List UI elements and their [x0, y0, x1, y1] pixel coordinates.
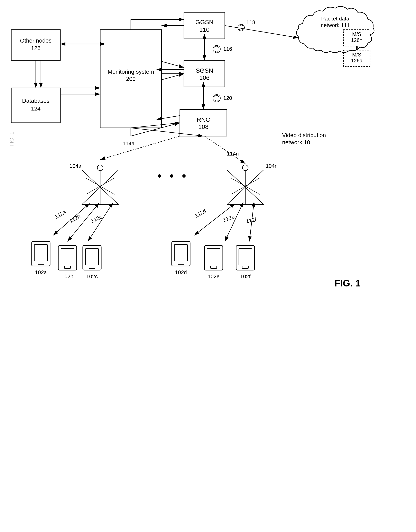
- svg-text:110: 110: [199, 26, 209, 33]
- svg-text:112b: 112b: [68, 213, 82, 224]
- svg-text:102a: 102a: [35, 269, 47, 276]
- svg-text:M/S: M/S: [352, 52, 361, 58]
- svg-text:108: 108: [198, 123, 208, 130]
- svg-line-85: [225, 207, 241, 241]
- svg-text:124: 124: [31, 105, 41, 112]
- svg-text:126n: 126n: [351, 37, 362, 43]
- svg-text:Other nodes: Other nodes: [20, 38, 52, 44]
- svg-line-39: [161, 61, 184, 68]
- svg-text:FIG. 1: FIG. 1: [334, 278, 361, 288]
- svg-line-118: [131, 128, 203, 136]
- svg-text:114a: 114a: [123, 140, 134, 147]
- page-indicator: FIG. 1: [9, 51, 19, 147]
- svg-point-76: [170, 174, 173, 177]
- svg-text:GGSN: GGSN: [195, 19, 213, 25]
- svg-point-11: [356, 46, 358, 48]
- svg-text:120: 120: [223, 95, 232, 101]
- svg-text:114n: 114n: [227, 151, 239, 157]
- svg-line-46: [225, 26, 298, 38]
- svg-line-53: [100, 136, 180, 160]
- svg-text:112f: 112f: [246, 216, 257, 224]
- svg-line-54: [204, 136, 245, 164]
- svg-rect-100: [89, 266, 95, 268]
- svg-line-86: [249, 207, 254, 241]
- svg-text:network 10: network 10: [282, 139, 310, 146]
- svg-text:104n: 104n: [266, 163, 278, 169]
- cloud: [296, 6, 374, 53]
- svg-rect-5: [343, 30, 370, 46]
- svg-line-50: [161, 116, 180, 119]
- svg-line-79: [67, 207, 96, 241]
- svg-text:102f: 102f: [240, 273, 251, 279]
- svg-point-59: [97, 165, 103, 171]
- svg-rect-102: [172, 241, 190, 266]
- svg-point-47: [238, 24, 245, 31]
- svg-rect-91: [34, 245, 47, 261]
- svg-rect-13: [100, 30, 161, 128]
- svg-rect-108: [210, 266, 217, 268]
- svg-point-12: [356, 48, 358, 50]
- svg-text:Databases: Databases: [22, 98, 49, 104]
- svg-line-49: [131, 123, 180, 128]
- svg-point-44: [213, 95, 220, 102]
- svg-point-41: [213, 45, 220, 53]
- svg-text:104a: 104a: [69, 163, 81, 169]
- svg-text:112e: 112e: [222, 213, 236, 223]
- svg-line-73: [231, 178, 260, 194]
- svg-text:106: 106: [199, 74, 209, 81]
- svg-text:RNC: RNC: [197, 116, 210, 123]
- svg-text:102b: 102b: [62, 273, 73, 279]
- svg-line-80: [88, 207, 110, 241]
- svg-line-65: [86, 178, 114, 194]
- svg-line-69: [227, 170, 264, 205]
- svg-rect-99: [85, 249, 99, 265]
- svg-line-60: [82, 170, 119, 205]
- svg-rect-107: [207, 249, 220, 265]
- svg-rect-104: [178, 262, 184, 264]
- svg-text:Video distribution: Video distribution: [282, 132, 326, 138]
- svg-rect-110: [236, 246, 255, 270]
- svg-text:126: 126: [31, 45, 41, 51]
- svg-line-72: [231, 178, 260, 194]
- svg-rect-112: [242, 266, 248, 268]
- svg-rect-94: [58, 246, 77, 270]
- svg-text:102d: 102d: [175, 269, 187, 276]
- svg-rect-106: [204, 246, 223, 270]
- svg-rect-95: [61, 249, 74, 265]
- svg-point-68: [242, 165, 248, 171]
- svg-rect-22: [180, 109, 227, 136]
- svg-text:network 111: network 111: [321, 22, 350, 28]
- svg-text:Packet data: Packet data: [321, 16, 349, 22]
- svg-rect-19: [184, 60, 225, 87]
- svg-rect-92: [38, 262, 44, 264]
- svg-point-77: [182, 174, 186, 177]
- svg-rect-8: [343, 50, 370, 67]
- svg-text:102e: 102e: [208, 273, 219, 279]
- svg-text:118: 118: [246, 19, 255, 25]
- svg-rect-98: [83, 246, 101, 270]
- svg-rect-96: [64, 266, 71, 268]
- svg-line-64: [86, 178, 114, 194]
- svg-rect-16: [184, 12, 225, 39]
- svg-rect-90: [32, 241, 50, 266]
- svg-text:Monitoring system: Monitoring system: [107, 69, 154, 75]
- svg-line-61: [82, 170, 119, 205]
- svg-text:102c: 102c: [86, 273, 98, 279]
- svg-line-70: [227, 170, 264, 205]
- svg-text:112d: 112d: [194, 208, 207, 219]
- svg-text:112c: 112c: [90, 214, 103, 224]
- svg-point-75: [158, 174, 161, 177]
- svg-rect-103: [174, 245, 188, 261]
- svg-text:M/S: M/S: [352, 31, 361, 37]
- svg-text:SGSN: SGSN: [196, 67, 213, 74]
- svg-line-117: [161, 74, 184, 80]
- svg-line-84: [194, 207, 231, 235]
- svg-rect-111: [239, 249, 252, 265]
- svg-line-78: [53, 207, 86, 235]
- svg-line-52: [131, 123, 180, 136]
- svg-text:112a: 112a: [54, 209, 67, 220]
- svg-text:126a: 126a: [351, 58, 362, 63]
- svg-text:200: 200: [126, 76, 136, 82]
- svg-text:116: 116: [223, 46, 232, 52]
- diagram: Packet data network 111 M/S 126n M/S 126…: [0, 0, 416, 532]
